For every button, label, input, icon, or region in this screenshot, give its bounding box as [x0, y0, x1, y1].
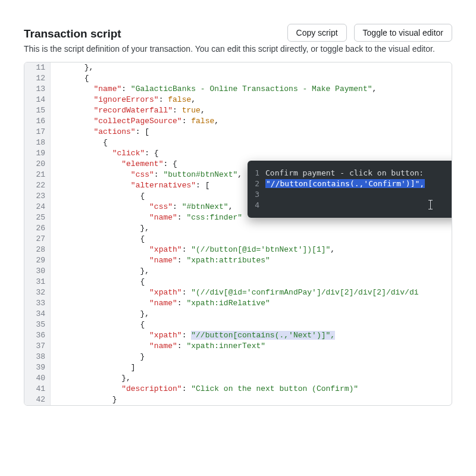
code-content[interactable]: }, [51, 62, 452, 73]
line-number: 11 [24, 62, 51, 73]
code-content[interactable]: ] [51, 362, 452, 373]
line-number: 19 [24, 148, 51, 159]
code-editor[interactable]: 11 },12 {13 "name": "GalacticBanks - Onl… [24, 62, 452, 406]
code-line[interactable]: 12 { [24, 73, 452, 84]
code-content[interactable]: "name": "xpath:idRelative" [51, 298, 452, 309]
popup-line-number: 1 [248, 168, 265, 178]
code-content[interactable]: { [51, 320, 452, 330]
code-line[interactable]: 41 "description": "Click on the next but… [24, 384, 452, 394]
popup-line-number: 2 [248, 178, 265, 189]
code-content[interactable]: } [51, 352, 452, 362]
code-line[interactable]: 11 }, [24, 62, 452, 73]
code-content[interactable]: "ignoreErrors": false, [51, 95, 452, 105]
code-line[interactable]: 34 }, [24, 309, 452, 320]
code-content[interactable]: }, [51, 373, 452, 384]
code-line[interactable]: 26 }, [24, 223, 452, 234]
popup-code-content[interactable]: Confirm payment - click on button: [265, 168, 452, 178]
code-line[interactable]: 33 "name": "xpath:idRelative" [24, 298, 452, 309]
snippet-popup[interactable]: 1Confirm payment - click on button:2"//b… [248, 161, 452, 218]
line-number: 36 [24, 330, 51, 341]
code-content[interactable]: "recordWaterfall": true, [51, 105, 452, 116]
code-content[interactable]: }, [51, 309, 452, 320]
code-content[interactable]: { [51, 137, 452, 148]
code-line[interactable]: 32 "xpath": "(//div[@id='confirmAndPay']… [24, 287, 452, 298]
code-content[interactable]: "name": "xpath:attributes" [51, 255, 452, 266]
line-number: 24 [24, 202, 51, 212]
line-number: 34 [24, 309, 51, 320]
popup-code-content[interactable] [265, 189, 452, 200]
code-content[interactable]: "xpath": "(//div[@id='confirmAndPay']/di… [51, 287, 452, 298]
code-content[interactable]: "actions": [ [51, 127, 452, 137]
code-line[interactable]: 38 } [24, 352, 452, 362]
text-caret-icon [430, 200, 431, 209]
popup-line-number: 3 [248, 189, 265, 200]
code-line[interactable]: 30 }, [24, 266, 452, 277]
line-number: 41 [24, 384, 51, 394]
line-number: 15 [24, 105, 51, 116]
code-content[interactable]: } [51, 394, 452, 405]
line-number: 18 [24, 137, 51, 148]
popup-line-number: 4 [248, 200, 265, 211]
code-line[interactable]: 37 "name": "xpath:innerText" [24, 341, 452, 352]
popup-code-content[interactable]: "//button[contains(.,'Confirm')]", [265, 178, 452, 189]
code-content[interactable]: "collectPageSource": false, [51, 116, 452, 127]
code-line[interactable]: 39 ] [24, 362, 452, 373]
code-line[interactable]: 40 }, [24, 373, 452, 384]
code-content[interactable]: { [51, 73, 452, 84]
code-content[interactable]: "name": "xpath:innerText" [51, 341, 452, 352]
code-line[interactable]: 16 "collectPageSource": false, [24, 116, 452, 127]
page-subtitle: This is the script definition of your tr… [24, 44, 452, 54]
code-line[interactable]: 17 "actions": [ [24, 127, 452, 137]
line-number: 25 [24, 212, 51, 223]
code-content[interactable]: "xpath": "(//button[@id='btnNext'])[1]", [51, 245, 452, 255]
copy-script-button[interactable]: Copy script [287, 24, 347, 42]
code-line[interactable]: 29 "name": "xpath:attributes" [24, 255, 452, 266]
popup-line[interactable]: 2"//button[contains(.,'Confirm')]", [248, 178, 452, 189]
line-number: 40 [24, 373, 51, 384]
code-content[interactable]: { [51, 234, 452, 245]
code-line[interactable]: 15 "recordWaterfall": true, [24, 105, 452, 116]
line-number: 29 [24, 255, 51, 266]
code-content[interactable]: }, [51, 266, 452, 277]
line-number: 32 [24, 287, 51, 298]
line-number: 17 [24, 127, 51, 137]
code-line[interactable]: 19 "click": { [24, 148, 452, 159]
line-number: 23 [24, 191, 51, 202]
line-number: 16 [24, 116, 51, 127]
line-number: 21 [24, 170, 51, 180]
code-content[interactable]: "xpath": "//button[contains(.,'Next')]", [51, 330, 452, 341]
line-number: 26 [24, 223, 51, 234]
code-line[interactable]: 35 { [24, 320, 452, 330]
line-number: 28 [24, 245, 51, 255]
code-line[interactable]: 36 "xpath": "//button[contains(.,'Next')… [24, 330, 452, 341]
line-number: 14 [24, 95, 51, 105]
line-number: 13 [24, 84, 51, 95]
line-number: 31 [24, 277, 51, 287]
popup-code-content[interactable] [265, 200, 452, 211]
line-number: 30 [24, 266, 51, 277]
code-line[interactable]: 14 "ignoreErrors": false, [24, 95, 452, 105]
line-number: 33 [24, 298, 51, 309]
code-content[interactable]: "name": "GalacticBanks - Online Transact… [51, 84, 452, 95]
toggle-visual-editor-button[interactable]: Toggle to visual editor [354, 24, 452, 42]
line-number: 22 [24, 180, 51, 191]
popup-line[interactable]: 4 [248, 200, 452, 211]
code-content[interactable]: }, [51, 223, 452, 234]
code-line[interactable]: 27 { [24, 234, 452, 245]
line-number: 39 [24, 362, 51, 373]
code-content[interactable]: "description": "Click on the next button… [51, 384, 452, 394]
code-content[interactable]: "click": { [51, 148, 452, 159]
code-line[interactable]: 31 { [24, 277, 452, 287]
line-number: 27 [24, 234, 51, 245]
code-line[interactable]: 28 "xpath": "(//button[@id='btnNext'])[1… [24, 245, 452, 255]
line-number: 37 [24, 341, 51, 352]
popup-line[interactable]: 1Confirm payment - click on button: [248, 168, 452, 178]
popup-line[interactable]: 3 [248, 189, 452, 200]
code-line[interactable]: 18 { [24, 137, 452, 148]
code-content[interactable]: { [51, 277, 452, 287]
code-line[interactable]: 42 } [24, 394, 452, 405]
line-number: 20 [24, 159, 51, 170]
line-number: 12 [24, 73, 51, 84]
code-line[interactable]: 13 "name": "GalacticBanks - Online Trans… [24, 84, 452, 95]
line-number: 35 [24, 320, 51, 330]
